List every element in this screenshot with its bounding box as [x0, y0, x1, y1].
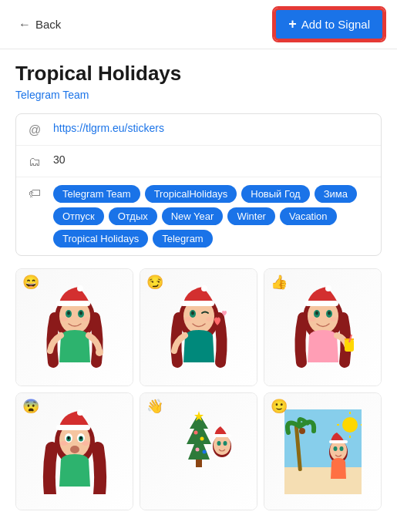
sticker-emoji: 👋: [146, 398, 163, 415]
svg-point-38: [67, 436, 69, 439]
back-arrow-icon: ←: [19, 18, 31, 32]
sticker-emoji: 😏: [146, 274, 163, 291]
tags-container: Telegram TeamTropicalHolidaysНовый ГодЗи…: [53, 185, 370, 247]
header: ← Back + Add to Signal: [0, 0, 397, 49]
tag-item[interactable]: Vacation: [280, 207, 337, 225]
svg-point-28: [325, 285, 331, 291]
svg-point-55: [223, 441, 227, 446]
svg-point-18: [201, 285, 207, 291]
svg-rect-17: [180, 301, 214, 306]
sticker-emoji: 😨: [22, 398, 39, 415]
sticker-card[interactable]: 😄: [15, 268, 133, 386]
svg-point-7: [82, 317, 89, 322]
svg-point-50: [195, 447, 199, 451]
svg-rect-8: [56, 301, 90, 306]
svg-rect-27: [304, 301, 338, 306]
svg-point-14: [191, 311, 194, 315]
svg-point-9: [77, 285, 83, 291]
svg-point-48: [193, 430, 197, 434]
tag-item[interactable]: TropicalHolidays: [145, 185, 237, 203]
folder-icon: 🗂: [27, 155, 42, 169]
tag-item[interactable]: New Year: [162, 207, 224, 225]
url-row: @ https://tlgrm.eu/stickers: [16, 114, 381, 146]
svg-marker-45: [187, 413, 211, 460]
svg-point-60: [299, 428, 305, 434]
tag-item[interactable]: Отдых: [109, 207, 157, 225]
at-icon: @: [27, 123, 42, 137]
sticker-card[interactable]: 😏: [140, 268, 257, 386]
sticker-grid: 😄: [15, 268, 382, 510]
svg-point-40: [60, 441, 68, 446]
pack-title: Tropical Holidays: [15, 62, 382, 86]
tag-item[interactable]: Telegram Team: [53, 185, 140, 203]
svg-point-23: [315, 311, 318, 315]
svg-point-25: [308, 317, 316, 322]
tag-item[interactable]: Tropical Holidays: [53, 230, 148, 247]
tag-item[interactable]: Зима: [315, 185, 357, 203]
back-label: Back: [35, 18, 61, 31]
svg-point-26: [330, 317, 338, 322]
tags-row: 🏷 Telegram TeamTropicalHolidaysНовый Год…: [16, 177, 381, 255]
sticker-card[interactable]: 😨: [15, 392, 133, 510]
svg-rect-56: [213, 434, 231, 437]
svg-point-51: [202, 450, 206, 453]
pack-author[interactable]: Telegram Team: [15, 89, 382, 101]
tag-item[interactable]: Отпуск: [53, 207, 104, 225]
svg-point-5: [79, 311, 82, 315]
info-box: @ https://tlgrm.eu/stickers 🗂 30 🏷 Teleg…: [15, 113, 382, 256]
add-to-signal-button[interactable]: + Add to Signal: [274, 8, 385, 41]
content: Tropical Holidays Telegram Team @ https:…: [0, 49, 397, 532]
svg-rect-65: [329, 440, 348, 443]
svg-point-64: [339, 446, 343, 451]
svg-point-66: [342, 417, 358, 433]
tag-icon: 🏷: [27, 187, 42, 200]
page: ← Back + Add to Signal Tropical Holidays…: [0, 0, 397, 532]
svg-point-54: [217, 441, 220, 446]
sticker-card[interactable]: 👍: [264, 268, 382, 386]
svg-rect-43: [56, 425, 90, 430]
svg-point-53: [214, 435, 230, 455]
svg-point-63: [333, 446, 337, 451]
sticker-emoji: 👍: [271, 274, 288, 291]
svg-point-41: [82, 441, 89, 446]
tag-item[interactable]: Winter: [227, 207, 275, 225]
pack-url[interactable]: https://tlgrm.eu/stickers: [53, 122, 164, 134]
plus-icon: +: [288, 16, 297, 32]
svg-point-4: [67, 311, 70, 315]
sticker-card[interactable]: 👋: [140, 392, 257, 510]
svg-point-39: [79, 436, 82, 439]
count-row: 🗂 30: [16, 146, 381, 177]
svg-point-24: [328, 311, 331, 315]
add-signal-label: Add to Signal: [301, 18, 370, 31]
svg-point-16: [206, 317, 214, 322]
svg-point-15: [184, 317, 192, 322]
tag-item[interactable]: Новый Год: [241, 185, 309, 203]
back-button[interactable]: ← Back: [12, 15, 67, 35]
svg-point-49: [200, 436, 204, 440]
sticker-card[interactable]: 🙂: [264, 392, 382, 510]
sticker-emoji: 😄: [22, 274, 39, 291]
pack-count: 30: [53, 153, 66, 166]
sticker-emoji: 🙂: [271, 398, 288, 415]
svg-point-6: [60, 317, 68, 322]
svg-rect-58: [284, 467, 362, 494]
svg-point-42: [70, 446, 79, 453]
svg-rect-46: [196, 460, 202, 467]
tag-item[interactable]: Telegram: [153, 230, 212, 247]
svg-point-10: [96, 348, 103, 356]
svg-point-44: [77, 409, 83, 416]
